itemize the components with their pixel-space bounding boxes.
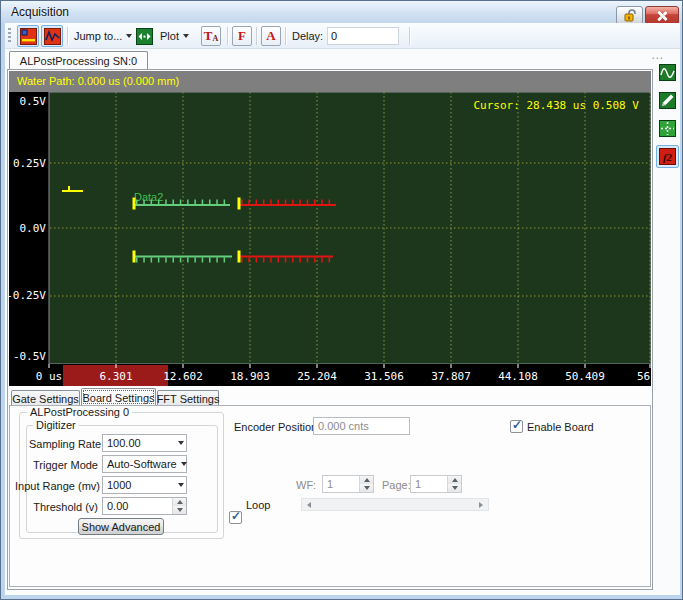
spin-down-icon (448, 484, 461, 492)
x-tick-label: 37.807 (431, 370, 471, 383)
x-tick-label: 31.506 (364, 370, 404, 383)
loop-checkbox[interactable] (229, 511, 242, 524)
gate-start-marker (133, 198, 136, 210)
a-icon: A (266, 28, 275, 44)
trigger-mode-label: Trigger Mode (29, 459, 98, 471)
sampling-rate-select[interactable]: 100.00 (102, 434, 187, 452)
loop-label: Loop (246, 499, 270, 511)
side-waveform-button[interactable] (656, 61, 679, 84)
plot-menu-button[interactable]: Plot (157, 26, 192, 46)
spin-down-icon (173, 506, 186, 514)
sampling-rate-label: Sampling Rate (29, 438, 98, 450)
groupbox-title: Digitizer (33, 419, 79, 431)
ta-icon: T (204, 28, 213, 44)
side-crosshair-button[interactable] (656, 117, 679, 140)
f2-icon: f2 (659, 148, 676, 165)
tab-fft-settings[interactable]: FFT Settings (157, 390, 219, 406)
toolbar-separator (409, 27, 410, 45)
gate-start-marker (238, 251, 241, 263)
chevron-down-icon (178, 483, 184, 487)
dashed-cross-icon (659, 120, 676, 137)
cursor-readout: Cursor: 28.438 us 0.508 V (473, 99, 639, 112)
chevron-down-icon (183, 34, 189, 38)
chevron-down-icon (178, 441, 184, 445)
scroll-right-icon[interactable] (479, 502, 483, 508)
spin-up-icon (360, 476, 373, 484)
input-range-label: Input Range (mv) (15, 480, 98, 492)
chevron-down-icon (181, 462, 187, 466)
x-tick-label: 18.903 (230, 370, 270, 383)
input-range-select[interactable]: 1000 (102, 476, 187, 494)
x-tick-label: 44.108 (498, 370, 538, 383)
spin-up-icon (448, 476, 461, 484)
spin-down-icon (360, 484, 373, 492)
y-tick-label: 0.25V (13, 157, 46, 170)
gate-start-marker (238, 198, 241, 210)
wf-label: WF: (296, 479, 316, 491)
chevron-down-icon (126, 34, 132, 38)
text-annotation-button[interactable]: T A (201, 26, 221, 46)
pen-icon (659, 92, 676, 109)
wf-spinner[interactable]: 1 (322, 475, 374, 493)
waveform-scrollbar[interactable] (301, 498, 489, 511)
window-title: Acquisition (11, 5, 69, 19)
toolbar-separator (227, 27, 228, 45)
ascan-icon (20, 28, 37, 45)
scope-plot[interactable]: 0.5V 0.25V 0.0V -0.25V -0.5V 0 us 6.301 … (9, 92, 651, 386)
encoder-position-label: Encoder Position (234, 421, 317, 433)
delay-label: Delay: (292, 30, 323, 42)
acquisition-window: Acquisition (0, 0, 683, 600)
page-spinner[interactable]: 1 (410, 475, 462, 493)
encoder-position-field: 0.000 cnts (313, 417, 410, 435)
tab-gate-settings[interactable]: Gate Settings (11, 390, 80, 406)
threshold-label: Threshold (v) (29, 501, 98, 513)
fit-plot-button[interactable] (133, 25, 155, 47)
f-button[interactable]: F (232, 26, 252, 46)
spin-up-icon (173, 498, 186, 506)
y-tick-label: -0.25V (9, 289, 46, 302)
y-tick-label: -0.5V (13, 350, 46, 363)
waveform-green-icon (659, 64, 676, 81)
toolbar-separator (256, 27, 257, 45)
fit-width-icon (136, 28, 153, 45)
enable-board-checkbox[interactable] (510, 420, 523, 433)
trigger-mode-select[interactable]: Auto-Software (102, 455, 187, 473)
tab-alpostprocessing[interactable]: ALPostProcessing SN:0 (9, 51, 148, 70)
x-tick-label: 56. (637, 370, 651, 383)
show-advanced-button[interactable]: Show Advanced (78, 518, 164, 535)
y-tick-label: 0.5V (20, 95, 47, 108)
delay-input[interactable] (327, 27, 399, 45)
tab-board-settings[interactable]: Board Settings (81, 388, 156, 406)
waveform-view-button[interactable] (41, 25, 63, 47)
x-tick-label: 25.204 (297, 370, 337, 383)
water-path-readout: Water Path: 0.000 us (0.000 mm) (9, 71, 651, 92)
x-tick-label: 0 us (36, 370, 63, 383)
x-tick-label: 50.409 (565, 370, 605, 383)
y-tick-label: 0.0V (20, 222, 47, 235)
f-icon: F (238, 28, 246, 44)
window-titlebar[interactable]: Acquisition (1, 1, 682, 23)
x-tick-label: 12.602 (163, 370, 203, 383)
gate-start-marker (133, 251, 136, 263)
jump-to-button[interactable]: Jump to... (71, 26, 135, 46)
threshold-spinner[interactable]: 0.00 (102, 497, 187, 515)
unlock-icon (623, 9, 637, 22)
side-annotate-button[interactable] (656, 89, 679, 112)
toolbar-separator (285, 27, 286, 45)
close-icon (657, 11, 667, 21)
page-label: Page: (382, 479, 411, 491)
groupbox-title: ALPostProcessing 0 (27, 406, 132, 418)
a-button[interactable]: A (261, 26, 281, 46)
x-tick-label: 6.301 (99, 370, 132, 383)
main-toolbar: Jump to... Plot T A F A Delay: (5, 23, 680, 49)
side-f2-button[interactable]: f2 (656, 145, 679, 168)
svg-text:f2: f2 (663, 151, 673, 163)
enable-board-label: Enable Board (527, 421, 594, 433)
ascan-view-button[interactable] (17, 25, 39, 47)
waveform-red-icon (44, 28, 61, 45)
toolbar-separator (67, 27, 68, 45)
toolbar-grip[interactable] (8, 28, 11, 44)
scroll-left-icon[interactable] (307, 502, 311, 508)
